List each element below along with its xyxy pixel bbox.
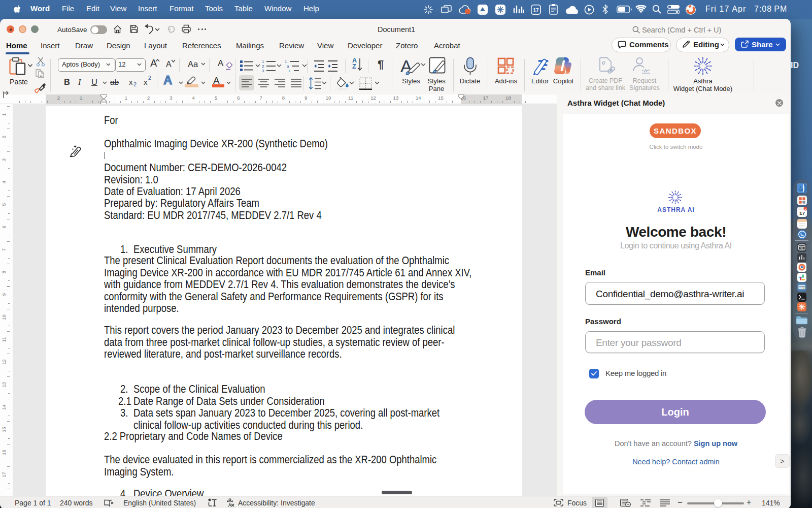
svg-text:3: 3 [262,69,264,72]
svg-text:31: 31 [800,247,804,250]
svg-text:1: 1 [262,59,264,64]
svg-text:2: 2 [804,207,806,210]
svg-text:1: 1 [285,59,287,64]
svg-text:2: 2 [262,64,264,69]
svg-text:17: 17 [533,8,539,13]
svg-text:a: a [287,64,289,69]
svg-text:17: 17 [799,210,805,216]
svg-text:i: i [289,69,290,72]
